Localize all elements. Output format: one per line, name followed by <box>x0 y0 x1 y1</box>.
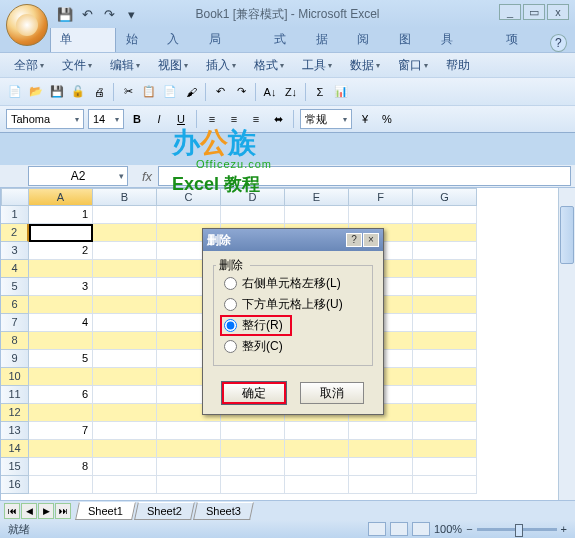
row-header[interactable]: 11 <box>1 386 29 404</box>
row-header[interactable]: 13 <box>1 422 29 440</box>
radio-entire-row[interactable]: 整行(R) <box>220 315 292 336</box>
office-button[interactable] <box>6 4 48 46</box>
sheet-next-icon[interactable]: ▶ <box>38 503 54 519</box>
cell[interactable] <box>93 332 157 350</box>
cell[interactable] <box>93 314 157 332</box>
cell[interactable] <box>157 476 221 494</box>
dialog-close-icon[interactable]: × <box>363 233 379 247</box>
cell[interactable] <box>413 404 477 422</box>
radio-entire-col[interactable]: 整列(C) <box>220 336 366 357</box>
cell[interactable] <box>29 476 93 494</box>
cell[interactable] <box>349 476 413 494</box>
cell[interactable] <box>93 242 157 260</box>
cell[interactable] <box>93 224 157 242</box>
currency-icon[interactable]: ¥ <box>356 110 374 128</box>
zoom-slider[interactable] <box>477 528 557 531</box>
save-icon[interactable]: 💾 <box>48 83 66 101</box>
cell[interactable] <box>29 296 93 314</box>
cell[interactable] <box>157 458 221 476</box>
close-button[interactable]: x <box>547 4 569 20</box>
col-header-d[interactable]: D <box>221 188 285 206</box>
menu-help[interactable]: 帮助 <box>438 54 478 77</box>
chart-icon[interactable]: 📊 <box>332 83 350 101</box>
menu-window[interactable]: 窗口▾ <box>390 54 436 77</box>
cell[interactable] <box>349 458 413 476</box>
row-header[interactable]: 9 <box>1 350 29 368</box>
font-name-selector[interactable]: Tahoma▾ <box>6 109 84 129</box>
row-header[interactable]: 3 <box>1 242 29 260</box>
menu-data[interactable]: 数据▾ <box>342 54 388 77</box>
cell[interactable] <box>221 422 285 440</box>
cell[interactable]: 3 <box>29 278 93 296</box>
cell[interactable] <box>413 368 477 386</box>
formula-bar[interactable] <box>158 166 571 186</box>
zoom-level[interactable]: 100% <box>434 523 462 535</box>
sheet-prev-icon[interactable]: ◀ <box>21 503 37 519</box>
underline-icon[interactable]: U <box>172 110 190 128</box>
sheet-tab-1[interactable]: Sheet1 <box>75 502 136 520</box>
cell[interactable] <box>29 260 93 278</box>
row-header[interactable]: 5 <box>1 278 29 296</box>
col-header-f[interactable]: F <box>349 188 413 206</box>
sort-asc-icon[interactable]: A↓ <box>261 83 279 101</box>
cell[interactable] <box>413 206 477 224</box>
cell[interactable] <box>413 332 477 350</box>
cell[interactable] <box>413 386 477 404</box>
zoom-out-icon[interactable]: − <box>466 523 472 535</box>
cell[interactable] <box>93 386 157 404</box>
menu-view[interactable]: 视图▾ <box>150 54 196 77</box>
sheet-first-icon[interactable]: ⏮ <box>4 503 20 519</box>
menu-edit[interactable]: 编辑▾ <box>102 54 148 77</box>
cancel-button[interactable]: 取消 <box>300 382 364 404</box>
col-header-e[interactable]: E <box>285 188 349 206</box>
menu-insert[interactable]: 插入▾ <box>198 54 244 77</box>
qat-more-icon[interactable]: ▾ <box>121 4 141 24</box>
format-painter-icon[interactable]: 🖌 <box>182 83 200 101</box>
menu-format[interactable]: 格式▾ <box>246 54 292 77</box>
row-header[interactable]: 8 <box>1 332 29 350</box>
menu-all[interactable]: 全部▾ <box>6 54 52 77</box>
row-header[interactable]: 14 <box>1 440 29 458</box>
cell[interactable] <box>93 458 157 476</box>
cell[interactable] <box>413 278 477 296</box>
cell[interactable] <box>413 296 477 314</box>
help-icon[interactable]: ? <box>550 34 567 52</box>
cell[interactable] <box>93 206 157 224</box>
dialog-help-icon[interactable]: ? <box>346 233 362 247</box>
align-left-icon[interactable]: ≡ <box>203 110 221 128</box>
row-header[interactable]: 1 <box>1 206 29 224</box>
print-icon[interactable]: 🖨 <box>90 83 108 101</box>
cell[interactable] <box>285 476 349 494</box>
cell[interactable] <box>285 458 349 476</box>
cell[interactable] <box>93 296 157 314</box>
open-icon[interactable]: 📂 <box>27 83 45 101</box>
redo-icon[interactable]: ↷ <box>232 83 250 101</box>
sheet-tab-2[interactable]: Sheet2 <box>134 502 195 520</box>
fx-icon[interactable]: fx <box>142 169 152 184</box>
row-header[interactable]: 7 <box>1 314 29 332</box>
cell[interactable] <box>221 458 285 476</box>
cell[interactable]: 4 <box>29 314 93 332</box>
row-header[interactable]: 4 <box>1 260 29 278</box>
cell[interactable] <box>413 422 477 440</box>
zoom-in-icon[interactable]: + <box>561 523 567 535</box>
row-header[interactable]: 16 <box>1 476 29 494</box>
cell[interactable] <box>413 458 477 476</box>
cell[interactable] <box>93 260 157 278</box>
menu-file[interactable]: 文件▾ <box>54 54 100 77</box>
new-icon[interactable]: 📄 <box>6 83 24 101</box>
copy-icon[interactable]: 📋 <box>140 83 158 101</box>
number-format-selector[interactable]: 常规▾ <box>300 109 352 129</box>
cell[interactable] <box>157 206 221 224</box>
sort-desc-icon[interactable]: Z↓ <box>282 83 300 101</box>
cut-icon[interactable]: ✂ <box>119 83 137 101</box>
select-all-corner[interactable] <box>1 188 29 206</box>
autosum-icon[interactable]: Σ <box>311 83 329 101</box>
cell[interactable] <box>157 422 221 440</box>
cell[interactable] <box>93 278 157 296</box>
menu-tools[interactable]: 工具▾ <box>294 54 340 77</box>
cell[interactable] <box>221 476 285 494</box>
radio-shift-left[interactable]: 右侧单元格左移(L) <box>220 273 366 294</box>
redo-icon[interactable]: ↷ <box>99 4 119 24</box>
cell[interactable] <box>413 224 477 242</box>
